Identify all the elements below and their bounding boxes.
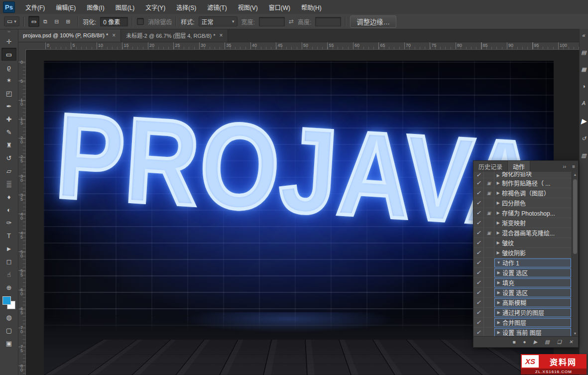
include-checkbox[interactable]: ✓ bbox=[473, 238, 484, 248]
refine-edge-button[interactable]: 调整边缘… bbox=[350, 15, 396, 28]
crop-tool[interactable]: ◰ bbox=[1, 87, 16, 100]
action-row[interactable]: ✓ ▣ ▶ 皱纹 bbox=[473, 238, 572, 248]
dialog-toggle[interactable]: ▣ bbox=[484, 198, 494, 208]
menu-image[interactable]: 图像(I) bbox=[81, 0, 110, 14]
panel-menu-icon[interactable]: ≡ bbox=[569, 161, 578, 172]
history-panel-icon[interactable]: ↺ bbox=[582, 136, 586, 141]
scroll-up-icon[interactable]: ▲ bbox=[574, 172, 577, 177]
expand-arrow-icon[interactable]: ▶ bbox=[495, 320, 502, 325]
quick-selection-tool[interactable]: ✶ bbox=[1, 74, 16, 87]
expand-arrow-icon[interactable]: ▶ bbox=[495, 310, 502, 315]
dialog-toggle[interactable]: ▣ bbox=[484, 248, 494, 257]
actions-panel-icon[interactable]: ▶ bbox=[581, 118, 587, 125]
pen-tool[interactable]: ✑ bbox=[1, 216, 16, 229]
dialog-toggle[interactable]: ▣ bbox=[484, 298, 494, 307]
menu-select[interactable]: 选择(S) bbox=[171, 0, 202, 14]
add-selection-mode[interactable]: ⧉ bbox=[40, 16, 51, 27]
stop-icon[interactable]: ■ bbox=[512, 339, 515, 345]
action-row[interactable]: ✓ ▣ ▶ 熔化的铅块 bbox=[473, 172, 572, 178]
expand-arrow-icon[interactable]: ▶ bbox=[495, 270, 502, 275]
expand-arrow-icon[interactable]: ▶ bbox=[495, 330, 502, 335]
play-icon[interactable]: ▶ bbox=[533, 339, 537, 345]
close-tab-icon[interactable]: × bbox=[219, 32, 223, 39]
tab-history[interactable]: 历史记录 bbox=[473, 161, 508, 172]
menu-view[interactable]: 视图(V) bbox=[233, 0, 263, 14]
dialog-toggle[interactable]: ▣ bbox=[484, 268, 494, 277]
doc-tab-untitled2[interactable]: 未标题-2 @ 66.7% (图层 4, RGB/8) * × bbox=[121, 29, 228, 42]
include-checkbox[interactable]: ✓ bbox=[473, 318, 484, 327]
path-selection-tool[interactable]: ► bbox=[1, 242, 16, 255]
clone-stamp-tool[interactable]: ♜ bbox=[1, 138, 16, 151]
healing-brush-tool[interactable]: ✚ bbox=[1, 113, 16, 125]
expand-arrow-icon[interactable]: ▶ bbox=[495, 280, 502, 285]
include-checkbox[interactable]: ✓ bbox=[473, 328, 484, 336]
action-row[interactable]: ✓ ▣ ▶ 皱纹阴影 bbox=[473, 248, 572, 258]
menu-filter[interactable]: 滤镜(T) bbox=[202, 0, 232, 14]
dialog-toggle[interactable]: ▣ bbox=[484, 228, 494, 238]
eyedropper-tool[interactable]: ✒ bbox=[1, 100, 16, 113]
feather-input[interactable]: 0 像素 bbox=[100, 17, 128, 26]
include-checkbox[interactable]: ✓ bbox=[473, 298, 484, 307]
expand-arrow-icon[interactable]: ▶ bbox=[494, 231, 502, 235]
dialog-toggle[interactable]: ▣ bbox=[484, 328, 494, 336]
include-checkbox[interactable]: ✓ bbox=[473, 308, 484, 317]
toolbox-collapse-icon[interactable]: ›› bbox=[7, 29, 10, 35]
zoom-tool[interactable]: ⊕ bbox=[1, 281, 16, 294]
action-step-row[interactable]: ✓ ▣ ▶ 设置 选区 bbox=[473, 288, 572, 298]
dialog-toggle[interactable]: ▣ bbox=[484, 318, 494, 327]
menu-file[interactable]: 文件(F) bbox=[20, 0, 50, 14]
panel-collapse-icon[interactable]: ›› bbox=[560, 161, 569, 172]
action-step-row[interactable]: ✓ ▣ ▶ 合并图层 bbox=[473, 318, 572, 328]
height-input[interactable] bbox=[315, 17, 341, 26]
dialog-toggle[interactable]: ▣ bbox=[484, 218, 494, 228]
menu-layer[interactable]: 图层(L) bbox=[110, 0, 140, 14]
dialog-toggle[interactable]: ▣ bbox=[484, 208, 494, 218]
width-input[interactable] bbox=[259, 17, 285, 26]
dialog-toggle[interactable]: ▣ bbox=[484, 288, 494, 297]
action-row[interactable]: ✓ ▣ ▶ 棕褐色调（图层） bbox=[473, 188, 572, 198]
screen-mode-icon[interactable]: ▢ bbox=[1, 324, 16, 337]
expand-dock-icon[interactable]: « bbox=[582, 33, 585, 38]
expand-arrow-icon[interactable]: ▶ bbox=[494, 241, 502, 245]
include-checkbox[interactable]: ✓ bbox=[473, 258, 484, 267]
record-icon[interactable]: ● bbox=[523, 339, 526, 345]
scrollbar-track[interactable] bbox=[572, 177, 578, 331]
horizontal-ruler[interactable]: 0510152025303540455055606570758085909510… bbox=[26, 42, 579, 50]
type-tool[interactable]: T bbox=[1, 229, 16, 242]
subtract-selection-mode[interactable]: ⊟ bbox=[51, 16, 62, 27]
dialog-toggle[interactable]: ▣ bbox=[484, 178, 494, 188]
swap-dimensions-icon[interactable]: ⇄ bbox=[289, 18, 294, 25]
quick-mask-icon[interactable]: ◍ bbox=[1, 311, 16, 324]
action-row[interactable]: ✓ ▣ ▶ 渐变映射 bbox=[473, 218, 572, 228]
menu-edit[interactable]: 编辑(E) bbox=[50, 0, 81, 14]
new-set-icon[interactable]: ▤ bbox=[545, 339, 549, 345]
menu-window[interactable]: 窗口(W) bbox=[263, 0, 296, 14]
expand-arrow-icon[interactable]: ▶ bbox=[494, 181, 502, 185]
action-row[interactable]: ✓ ▣ ▶ 混合器画笔克隆绘... bbox=[473, 228, 572, 238]
gradient-tool[interactable]: ▒ bbox=[1, 177, 16, 190]
dialog-toggle[interactable]: ▣ bbox=[484, 172, 494, 178]
style-dropdown[interactable]: 正常 ▾ bbox=[199, 16, 237, 26]
antialias-checkbox[interactable] bbox=[137, 18, 144, 25]
expand-arrow-icon[interactable]: ▶ bbox=[494, 173, 502, 178]
expand-arrow-icon[interactable]: ▶ bbox=[495, 290, 502, 295]
expand-arrow-icon[interactable]: ▶ bbox=[494, 250, 502, 255]
blur-tool[interactable]: ♦ bbox=[1, 190, 16, 203]
dialog-toggle[interactable]: ▣ bbox=[484, 278, 494, 287]
tool-preset-dropdown[interactable]: ▭ ▾ bbox=[4, 16, 19, 26]
doc-tab-projava[interactable]: projava.psd @ 100% (P, RGB/8#) * × bbox=[18, 29, 121, 42]
include-checkbox[interactable]: ✓ bbox=[473, 208, 484, 218]
expand-arrow-icon[interactable]: ▶ bbox=[494, 191, 502, 195]
hand-tool[interactable]: ☝ bbox=[1, 268, 16, 281]
ruler-origin-corner[interactable] bbox=[18, 42, 26, 50]
lasso-tool[interactable]: ϱ bbox=[1, 61, 16, 74]
shape-tool[interactable]: ◻ bbox=[1, 255, 16, 268]
include-checkbox[interactable]: ✓ bbox=[473, 172, 484, 178]
new-selection-mode[interactable]: ▭ bbox=[28, 16, 39, 27]
tab-actions[interactable]: 动作 bbox=[508, 161, 530, 172]
expand-arrow-icon[interactable]: ▶ bbox=[494, 221, 502, 225]
new-action-icon[interactable]: ❏ bbox=[557, 339, 562, 345]
layers-panel-icon[interactable]: ▥ bbox=[581, 153, 586, 158]
panel-scrollbar[interactable]: ▲ ▼ bbox=[572, 172, 578, 336]
dialog-toggle[interactable]: ▣ bbox=[484, 258, 494, 267]
